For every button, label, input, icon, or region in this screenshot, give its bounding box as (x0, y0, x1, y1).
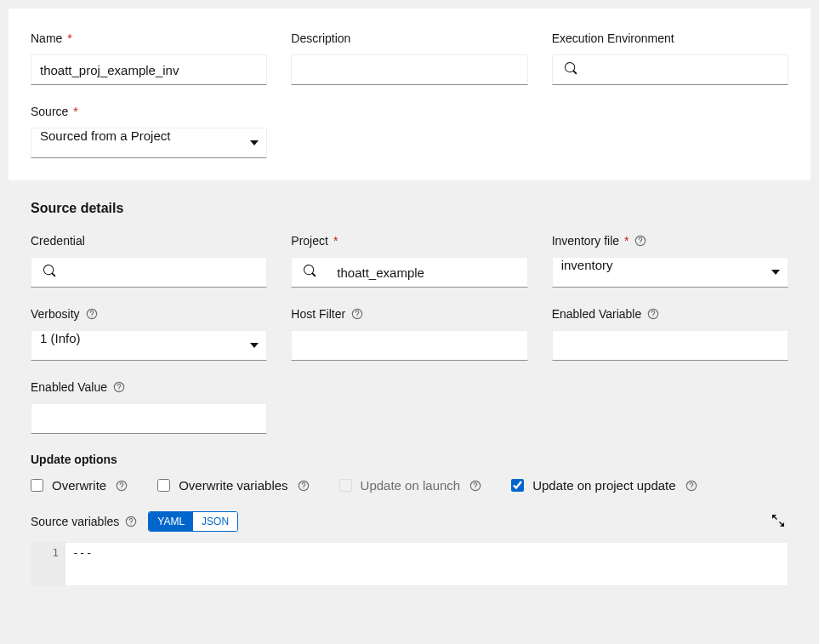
inventory-file-value: inventory (561, 258, 613, 272)
overwrite-checkbox[interactable] (31, 479, 43, 492)
source-variables-label: Source variables (31, 515, 119, 528)
inventory-file-select[interactable]: inventory (552, 257, 788, 288)
update-on-project-label[interactable]: Update on project update (532, 478, 675, 493)
overwrite-option: Overwrite (31, 478, 128, 493)
help-icon[interactable] (634, 234, 647, 248)
help-icon[interactable] (115, 479, 128, 493)
enabled-value-label: Enabled Value (31, 380, 107, 394)
overwrite-label[interactable]: Overwrite (52, 478, 106, 493)
required-asterisk: * (624, 235, 628, 247)
host-filter-field: Host Filter (291, 306, 527, 361)
description-field: Description (291, 31, 527, 85)
verbosity-field: Verbosity 1 (Info) (31, 306, 267, 361)
enabled-variable-label: Enabled Variable (552, 307, 642, 321)
svg-point-7 (653, 316, 654, 317)
credential-label: Credential (31, 234, 85, 248)
host-filter-input[interactable] (291, 330, 527, 361)
search-icon (304, 265, 316, 280)
yaml-toggle-button[interactable]: YAML (149, 512, 193, 531)
required-asterisk: * (73, 105, 77, 117)
inventory-file-field: Inventory file * inventory (552, 233, 788, 288)
help-icon[interactable] (297, 479, 310, 493)
update-options-row: Overwrite Overwrite variables Update on … (31, 478, 788, 493)
update-on-project-option: Update on project update (511, 478, 697, 493)
name-label: Name (31, 31, 62, 45)
help-icon[interactable] (685, 479, 698, 493)
verbosity-select[interactable]: 1 (Info) (31, 330, 267, 361)
project-input[interactable] (328, 257, 527, 288)
source-select-value: Sourced from a Project (40, 128, 170, 143)
project-label: Project (291, 234, 328, 248)
overwrite-vars-label[interactable]: Overwrite variables (179, 478, 287, 493)
description-input[interactable] (291, 54, 527, 85)
credential-lookup-button[interactable] (31, 257, 68, 288)
credential-input[interactable] (68, 257, 267, 288)
execution-environment-field: Execution Environment (552, 31, 788, 85)
search-icon (565, 62, 577, 77)
editor-gutter: 1 (31, 543, 65, 585)
help-icon[interactable] (646, 307, 660, 321)
ee-lookup-button[interactable] (552, 54, 589, 85)
editor-content[interactable]: --- (65, 543, 788, 585)
svg-point-11 (122, 487, 122, 488)
verbosity-value: 1 (Info) (40, 331, 81, 345)
line-number: 1 (35, 546, 59, 559)
help-icon[interactable] (469, 479, 482, 493)
enabled-value-field: Enabled Value (31, 379, 267, 434)
source-label: Source (31, 105, 68, 118)
source-details-panel: Source details Credential Project (9, 180, 810, 608)
host-filter-label: Host Filter (291, 307, 345, 321)
execution-environment-label: Execution Environment (552, 31, 674, 45)
help-icon[interactable] (85, 307, 99, 321)
svg-point-17 (691, 487, 691, 488)
credential-field: Credential (31, 233, 267, 288)
description-label: Description (291, 31, 350, 45)
enabled-variable-input[interactable] (552, 330, 788, 361)
expand-editor-button[interactable] (768, 511, 788, 532)
help-icon[interactable] (124, 515, 138, 528)
search-icon (43, 265, 56, 280)
source-field: Source * Sourced from a Project (31, 104, 267, 158)
project-field: Project * (291, 233, 527, 288)
svg-point-5 (357, 316, 358, 317)
required-asterisk: * (333, 235, 338, 247)
help-icon[interactable] (350, 307, 364, 321)
enabled-value-input[interactable] (31, 403, 267, 434)
verbosity-label: Verbosity (31, 307, 80, 321)
expand-icon (771, 514, 785, 530)
name-input[interactable] (31, 54, 267, 85)
update-on-project-checkbox[interactable] (511, 479, 524, 492)
top-panel: Name * Description Execution Environment (9, 9, 810, 180)
format-toggle-group: YAML JSON (148, 511, 238, 532)
required-asterisk: * (67, 32, 71, 44)
svg-point-15 (475, 487, 476, 488)
ee-input[interactable] (589, 54, 788, 85)
source-variables-editor[interactable]: 1 --- (31, 542, 788, 586)
svg-point-1 (640, 243, 641, 244)
svg-point-19 (131, 524, 132, 525)
source-details-title: Source details (31, 201, 788, 216)
svg-point-9 (119, 390, 120, 390)
source-select[interactable]: Sourced from a Project (31, 128, 267, 158)
svg-point-3 (91, 316, 92, 317)
source-variables-header: Source variables YAML JSON (31, 511, 788, 532)
svg-point-13 (303, 487, 304, 488)
overwrite-vars-checkbox[interactable] (157, 479, 170, 492)
update-on-launch-option: Update on launch (339, 478, 483, 493)
update-options-title: Update options (31, 453, 788, 466)
json-toggle-button[interactable]: JSON (193, 512, 237, 531)
name-field: Name * (31, 31, 267, 85)
overwrite-vars-option: Overwrite variables (157, 478, 310, 493)
help-icon[interactable] (112, 380, 126, 394)
project-lookup-button[interactable] (291, 257, 328, 288)
inventory-file-label: Inventory file (552, 234, 619, 248)
update-on-launch-label: Update on launch (361, 478, 461, 493)
enabled-variable-field: Enabled Variable (552, 306, 788, 361)
update-on-launch-checkbox (339, 479, 352, 492)
